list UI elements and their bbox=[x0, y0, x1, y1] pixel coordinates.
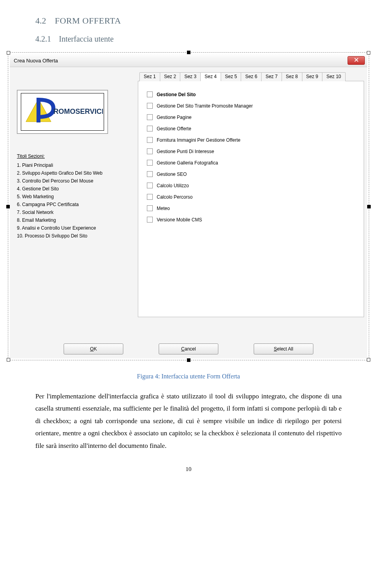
checkbox[interactable] bbox=[147, 126, 153, 131]
tab-panel: Gestione Del Sito Gestione Del Sito Tram… bbox=[138, 81, 364, 317]
checkbox-row: Gestione Punti Di Interesse bbox=[147, 148, 358, 154]
logo-image: ROMOSERVICE bbox=[17, 90, 108, 134]
form-window: Crea Nuova Offerta bbox=[10, 54, 367, 358]
resize-handle[interactable] bbox=[7, 358, 10, 362]
resize-handle[interactable] bbox=[187, 51, 190, 54]
tabstrip: Sez 1 Sez 2 Sez 3 Sez 4 Sez 5 Sez 6 Sez … bbox=[138, 70, 364, 81]
checkbox-row: Calcolo Percorso bbox=[147, 194, 358, 200]
svg-text:ROMOSERVICE: ROMOSERVICE bbox=[53, 108, 103, 115]
checkbox[interactable] bbox=[147, 160, 153, 166]
resize-handle[interactable] bbox=[367, 358, 370, 362]
checkbox-label: Gestione Del Sito bbox=[157, 92, 196, 97]
close-icon bbox=[354, 58, 359, 63]
checkbox-label: Calcolo Percorso bbox=[157, 194, 192, 200]
checkbox[interactable] bbox=[147, 137, 153, 143]
checkbox[interactable] bbox=[147, 148, 153, 154]
checkbox-row: Gestione Del Sito Tramite Promosite Mana… bbox=[147, 103, 358, 109]
checkbox[interactable] bbox=[147, 114, 153, 120]
tab-sez-5[interactable]: Sez 5 bbox=[221, 72, 242, 81]
checkbox[interactable] bbox=[147, 183, 153, 188]
checkbox-label: Fornitura Immagini Per Gestione Offerte bbox=[157, 137, 240, 143]
checkbox-label: Gestione Galleria Fotografica bbox=[157, 160, 218, 166]
tab-sez-4[interactable]: Sez 4 bbox=[200, 72, 221, 81]
tab-sez-10[interactable]: Sez 10 bbox=[322, 72, 345, 81]
subsection-number: 4.2.1 bbox=[35, 35, 51, 44]
checkbox-row: Versione Mobile CMS bbox=[147, 217, 358, 223]
close-button[interactable] bbox=[348, 56, 365, 65]
checkbox[interactable] bbox=[147, 194, 153, 200]
resize-handle[interactable] bbox=[6, 205, 10, 208]
checkbox[interactable] bbox=[147, 103, 153, 109]
section-number: 4.2 bbox=[35, 16, 46, 26]
subsection-title: Interfaccia utente bbox=[59, 35, 113, 44]
tab-sez-8[interactable]: Sez 8 bbox=[282, 72, 302, 81]
checkbox[interactable] bbox=[147, 205, 153, 211]
checkbox[interactable] bbox=[147, 91, 153, 97]
svg-rect-2 bbox=[37, 100, 40, 122]
checkbox-row: Fornitura Immagini Per Gestione Offerte bbox=[147, 137, 358, 143]
list-item: 10. Processo Di Sviluppo Del Sito bbox=[17, 232, 135, 240]
checkbox[interactable] bbox=[147, 217, 153, 223]
titoli-heading: Titoli Sezioni: bbox=[17, 153, 135, 159]
checkbox-label: Meteo bbox=[157, 206, 170, 211]
resize-handle[interactable] bbox=[367, 205, 371, 208]
select-all-button[interactable]: Select All bbox=[254, 343, 313, 354]
ok-button[interactable]: OK bbox=[64, 343, 123, 354]
list-item: 7. Social Network bbox=[17, 208, 135, 216]
titoli-list: 1. Piani Principali 2. Sviluppo Aspetto … bbox=[17, 161, 135, 240]
list-item: 9. Analisi e Controllo User Experience bbox=[17, 224, 135, 232]
tab-sez-3[interactable]: Sez 3 bbox=[180, 72, 201, 81]
form-designer-canvas: Crea Nuova Offerta bbox=[8, 52, 369, 360]
checkbox-row: Gestione Pagine bbox=[147, 114, 358, 120]
checkbox-label: Gestione Offerte bbox=[157, 126, 191, 131]
checkbox-label: Versione Mobile CMS bbox=[157, 217, 202, 223]
checkbox-row: Gestione Offerte bbox=[147, 126, 358, 131]
list-item: 6. Campagna PPC Certificata bbox=[17, 201, 135, 208]
checkbox-row: Calcolo Utilizzo bbox=[147, 183, 358, 188]
checkbox-row: Gestione Galleria Fotografica bbox=[147, 160, 358, 166]
tab-sez-2[interactable]: Sez 2 bbox=[160, 72, 181, 81]
list-item: 2. Sviluppo Aspetto Grafico Del Sito Web bbox=[17, 169, 135, 177]
resize-handle[interactable] bbox=[187, 358, 190, 362]
checkbox-row: Meteo bbox=[147, 205, 358, 211]
checkbox-label: Gestione Punti Di Interesse bbox=[157, 149, 214, 154]
checkbox[interactable] bbox=[147, 171, 153, 177]
list-item: 3. Controllo Del Percorso Del Mouse bbox=[17, 177, 135, 185]
figure-caption: Figura 4: Interfaccia utente Form Offert… bbox=[35, 373, 342, 380]
section-title: FORM OFFERTA bbox=[55, 16, 121, 26]
tab-sez-7[interactable]: Sez 7 bbox=[261, 72, 282, 81]
cancel-button[interactable]: Cancel bbox=[159, 343, 218, 354]
checkbox-row: Gestione Del Sito bbox=[147, 91, 358, 97]
tab-sez-6[interactable]: Sez 6 bbox=[241, 72, 262, 81]
body-paragraph: Per l'implementazione dell'interfaccia g… bbox=[35, 390, 342, 452]
list-item: 1. Piani Principali bbox=[17, 161, 135, 169]
checkbox-label: Calcolo Utilizzo bbox=[157, 183, 189, 188]
titlebar[interactable]: Crea Nuova Offerta bbox=[10, 54, 367, 67]
checkbox-label: Gestione SEO bbox=[157, 172, 187, 177]
list-item: 4. Gestione Del Sito bbox=[17, 185, 135, 193]
checkbox-label: Gestione Pagine bbox=[157, 115, 192, 120]
window-title: Crea Nuova Offerta bbox=[14, 58, 58, 64]
checkbox-label: Gestione Del Sito Tramite Promosite Mana… bbox=[157, 103, 253, 109]
checkbox-row: Gestione SEO bbox=[147, 171, 358, 177]
resize-handle[interactable] bbox=[7, 51, 10, 55]
tab-sez-1[interactable]: Sez 1 bbox=[139, 72, 160, 81]
tab-sez-9[interactable]: Sez 9 bbox=[302, 72, 323, 81]
resize-handle[interactable] bbox=[367, 51, 370, 55]
list-item: 5. Web Marketing bbox=[17, 193, 135, 201]
list-item: 8. Email Marketing bbox=[17, 216, 135, 224]
page-number: 10 bbox=[35, 466, 342, 473]
